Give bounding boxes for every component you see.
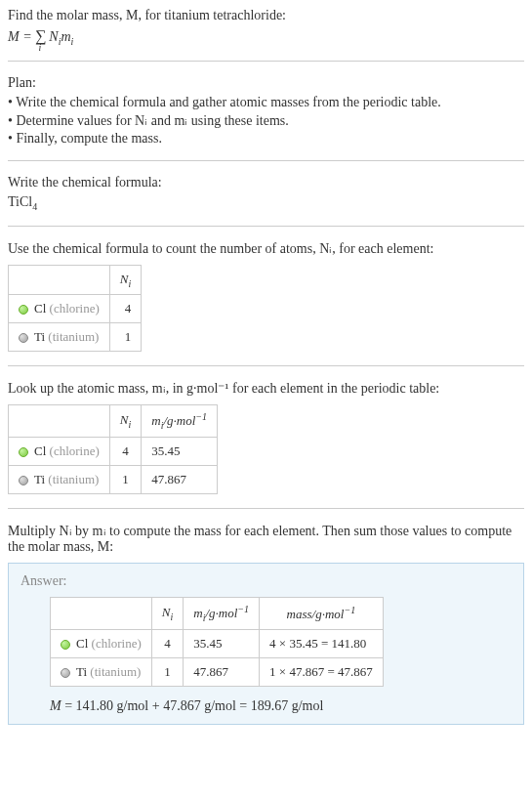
element-name: (chlorine) (92, 636, 142, 651)
element-cell-ti: Ti (titanium) (9, 466, 110, 494)
divider (8, 508, 524, 509)
element-cell-ti: Ti (titanium) (51, 658, 152, 687)
element-name: (chlorine) (50, 301, 100, 316)
element-symbol: Cl (34, 443, 46, 458)
plan-section: Plan: • Write the chemical formula and g… (8, 75, 524, 147)
intro-section: Find the molar mass, M, for titanium tet… (8, 8, 524, 47)
table-row: Ti (titanium) 1 47.867 (9, 466, 218, 494)
formula-base: TiCl (8, 194, 32, 209)
element-dot-icon (19, 333, 28, 343)
element-cell-cl: Cl (chlorine) (9, 438, 110, 466)
n-value: 4 (109, 295, 141, 323)
divider (8, 160, 524, 161)
header-m: mi/g·mol−1 (142, 405, 218, 438)
n-value: 4 (151, 630, 183, 658)
table-header-row: Ni mi/g·mol−1 (9, 405, 218, 438)
m-value: 35.45 (184, 630, 260, 658)
element-symbol: Ti (76, 664, 87, 679)
compute-mass-section: Multiply Nᵢ by mᵢ to compute the mass fo… (8, 523, 524, 725)
element-dot-icon (19, 476, 28, 485)
answer-result: M = 141.80 g/mol + 47.867 g/mol = 189.67… (50, 698, 512, 714)
element-name: (chlorine) (50, 443, 100, 458)
answer-label: Answer: (20, 573, 512, 589)
m-value: 47.867 (142, 466, 218, 494)
mass-value: 1 × 47.867 = 47.867 (260, 658, 384, 687)
divider (8, 226, 524, 227)
n-value: 4 (109, 438, 141, 466)
element-name: (titanium) (48, 329, 99, 344)
divider (8, 365, 524, 366)
count-atoms-section: Use the chemical formula to count the nu… (8, 240, 524, 353)
chemical-formula: TiCl4 (8, 194, 524, 212)
plan-item: • Determine values for Nᵢ and mᵢ using t… (8, 112, 524, 129)
n-value: 1 (109, 466, 141, 494)
chemical-formula-section: Write the chemical formula: TiCl4 (8, 175, 524, 212)
n-value: 1 (109, 323, 141, 352)
table-row: Ti (titanium) 1 47.867 1 × 47.867 = 47.8… (51, 658, 384, 687)
element-symbol: Cl (76, 636, 88, 651)
answer-box: Answer: Ni mi/g·mol−1 mass/g·mol−1 Cl (c… (8, 563, 524, 725)
step2-title: Use the chemical formula to count the nu… (8, 240, 524, 257)
molar-mass-formula: M = ∑iNimi (8, 27, 524, 47)
mass-value: 4 × 35.45 = 141.80 (260, 630, 384, 658)
step3-title: Look up the atomic mass, mᵢ, in g·mol⁻¹ … (8, 380, 524, 397)
divider (8, 61, 524, 62)
header-m: mi/g·mol−1 (184, 598, 260, 630)
header-n: Ni (109, 405, 141, 438)
formula-subscript: 4 (32, 201, 37, 212)
element-symbol: Cl (34, 301, 46, 316)
element-cell-ti: Ti (titanium) (9, 323, 110, 352)
element-dot-icon (61, 640, 70, 650)
m-value: 35.45 (142, 438, 218, 466)
element-symbol: Ti (34, 472, 45, 486)
answer-table: Ni mi/g·mol−1 mass/g·mol−1 Cl (chlorine)… (50, 597, 384, 687)
atomic-mass-table: Ni mi/g·mol−1 Cl (chlorine) 4 35.45 Ti (… (8, 404, 218, 494)
header-n: Ni (151, 598, 183, 630)
intro-text: Find the molar mass, M, for titanium tet… (8, 8, 524, 23)
table-row: Cl (chlorine) 4 35.45 (9, 438, 218, 466)
element-dot-icon (61, 668, 70, 678)
plan-item: • Finally, compute the mass. (8, 131, 524, 147)
n-value: 1 (151, 658, 183, 687)
step4-title: Multiply Nᵢ by mᵢ to compute the mass fo… (8, 523, 524, 555)
table-row: Cl (chlorine) 4 35.45 4 × 35.45 = 141.80 (51, 630, 384, 658)
m-value: 47.867 (184, 658, 260, 687)
element-cell-cl: Cl (chlorine) (9, 295, 110, 323)
element-name: (titanium) (48, 472, 99, 486)
plan-item: • Write the chemical formula and gather … (8, 95, 524, 110)
element-cell-cl: Cl (chlorine) (51, 630, 152, 658)
header-empty (9, 265, 110, 295)
header-n: Ni (109, 265, 141, 295)
header-empty (51, 598, 152, 630)
table-row: Cl (chlorine) 4 (9, 295, 142, 323)
plan-title: Plan: (8, 75, 524, 91)
header-mass: mass/g·mol−1 (260, 598, 384, 630)
element-dot-icon (19, 447, 28, 457)
element-name: (titanium) (90, 664, 141, 679)
atom-count-table: Ni Cl (chlorine) 4 Ti (titanium) 1 (8, 265, 142, 353)
header-empty (9, 405, 110, 438)
table-header-row: Ni mi/g·mol−1 mass/g·mol−1 (51, 598, 384, 630)
table-row: Ti (titanium) 1 (9, 323, 142, 352)
plan-list: • Write the chemical formula and gather … (8, 95, 524, 147)
step1-title: Write the chemical formula: (8, 175, 524, 190)
table-header-row: Ni (9, 265, 142, 295)
element-dot-icon (19, 305, 28, 315)
element-symbol: Ti (34, 329, 45, 344)
atomic-mass-section: Look up the atomic mass, mᵢ, in g·mol⁻¹ … (8, 380, 524, 494)
